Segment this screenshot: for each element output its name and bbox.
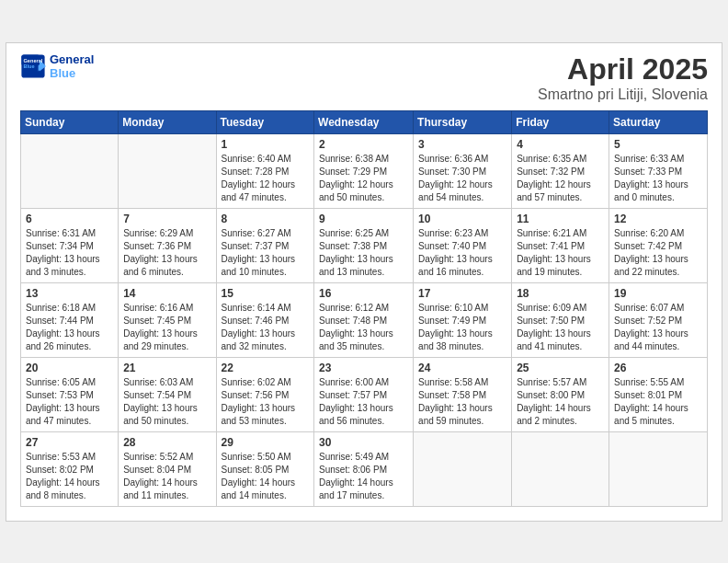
calendar-cell: 9Sunrise: 6:25 AM Sunset: 7:38 PM Daylig… — [314, 208, 414, 282]
day-number: 15 — [222, 287, 310, 300]
calendar-container: General Blue General Blue April 2025 Sma… — [6, 42, 722, 522]
weekday-header-friday: Friday — [512, 110, 609, 133]
day-info: Sunrise: 6:38 AM Sunset: 7:29 PM Dayligh… — [319, 153, 408, 204]
calendar-cell: 22Sunrise: 6:02 AM Sunset: 7:56 PM Dayli… — [216, 357, 314, 431]
day-number: 28 — [123, 436, 210, 449]
calendar-table: SundayMondayTuesdayWednesdayThursdayFrid… — [20, 110, 708, 507]
day-info: Sunrise: 6:00 AM Sunset: 7:57 PM Dayligh… — [319, 376, 408, 428]
day-number: 12 — [614, 213, 702, 225]
day-info: Sunrise: 6:31 AM Sunset: 7:34 PM Dayligh… — [26, 227, 113, 279]
week-row-4: 20Sunrise: 6:05 AM Sunset: 7:53 PM Dayli… — [21, 357, 708, 431]
calendar-cell: 10Sunrise: 6:23 AM Sunset: 7:40 PM Dayli… — [414, 208, 512, 282]
day-info: Sunrise: 6:20 AM Sunset: 7:42 PM Dayligh… — [614, 227, 702, 279]
logo-icon: General Blue — [20, 53, 46, 79]
day-number: 20 — [26, 362, 113, 374]
month-title: April 2025 — [538, 52, 708, 86]
calendar-cell: 23Sunrise: 6:00 AM Sunset: 7:57 PM Dayli… — [314, 357, 414, 431]
day-number: 11 — [517, 213, 604, 225]
weekday-header-thursday: Thursday — [414, 110, 512, 133]
day-info: Sunrise: 6:14 AM Sunset: 7:46 PM Dayligh… — [222, 302, 310, 353]
header-section: General Blue General Blue April 2025 Sma… — [20, 52, 708, 103]
day-number: 26 — [614, 362, 702, 374]
week-row-2: 6Sunrise: 6:31 AM Sunset: 7:34 PM Daylig… — [21, 208, 708, 282]
day-number: 16 — [319, 287, 408, 300]
day-info: Sunrise: 5:50 AM Sunset: 8:05 PM Dayligh… — [222, 451, 310, 502]
weekday-header-sunday: Sunday — [21, 110, 119, 133]
day-info: Sunrise: 6:07 AM Sunset: 7:52 PM Dayligh… — [614, 302, 702, 353]
day-info: Sunrise: 5:52 AM Sunset: 8:04 PM Dayligh… — [123, 451, 210, 502]
day-info: Sunrise: 6:36 AM Sunset: 7:30 PM Dayligh… — [418, 153, 506, 204]
calendar-cell: 17Sunrise: 6:10 AM Sunset: 7:49 PM Dayli… — [414, 282, 512, 357]
weekday-header-row: SundayMondayTuesdayWednesdayThursdayFrid… — [21, 110, 708, 133]
calendar-cell: 18Sunrise: 6:09 AM Sunset: 7:50 PM Dayli… — [512, 282, 609, 357]
week-row-5: 27Sunrise: 5:53 AM Sunset: 8:02 PM Dayli… — [21, 431, 708, 506]
day-number: 4 — [517, 138, 604, 151]
day-info: Sunrise: 6:10 AM Sunset: 7:49 PM Dayligh… — [418, 302, 506, 353]
day-number: 27 — [26, 436, 113, 449]
day-info: Sunrise: 6:35 AM Sunset: 7:32 PM Dayligh… — [517, 153, 604, 204]
weekday-header-tuesday: Tuesday — [216, 110, 314, 133]
logo-text: General Blue — [50, 52, 94, 80]
day-info: Sunrise: 6:27 AM Sunset: 7:37 PM Dayligh… — [222, 227, 310, 279]
calendar-cell: 5Sunrise: 6:33 AM Sunset: 7:33 PM Daylig… — [609, 133, 708, 208]
day-info: Sunrise: 6:40 AM Sunset: 7:28 PM Dayligh… — [222, 153, 310, 204]
day-info: Sunrise: 6:03 AM Sunset: 7:54 PM Dayligh… — [123, 376, 210, 428]
calendar-cell: 11Sunrise: 6:21 AM Sunset: 7:41 PM Dayli… — [512, 208, 609, 282]
calendar-cell — [609, 431, 708, 506]
day-number: 5 — [614, 138, 702, 151]
calendar-cell: 7Sunrise: 6:29 AM Sunset: 7:36 PM Daylig… — [119, 208, 216, 282]
day-number: 29 — [222, 436, 310, 449]
weekday-header-saturday: Saturday — [609, 110, 708, 133]
calendar-cell: 20Sunrise: 6:05 AM Sunset: 7:53 PM Dayli… — [21, 357, 119, 431]
calendar-cell: 14Sunrise: 6:16 AM Sunset: 7:45 PM Dayli… — [119, 282, 216, 357]
day-number: 7 — [123, 213, 210, 225]
logo: General Blue General Blue — [20, 52, 94, 80]
day-number: 21 — [123, 362, 210, 374]
calendar-cell — [21, 133, 119, 208]
calendar-cell: 21Sunrise: 6:03 AM Sunset: 7:54 PM Dayli… — [119, 357, 216, 431]
calendar-cell: 25Sunrise: 5:57 AM Sunset: 8:00 PM Dayli… — [512, 357, 609, 431]
calendar-cell: 6Sunrise: 6:31 AM Sunset: 7:34 PM Daylig… — [21, 208, 119, 282]
weekday-header-monday: Monday — [119, 110, 216, 133]
day-info: Sunrise: 6:05 AM Sunset: 7:53 PM Dayligh… — [26, 376, 113, 428]
calendar-cell: 4Sunrise: 6:35 AM Sunset: 7:32 PM Daylig… — [512, 133, 609, 208]
day-number: 1 — [222, 138, 310, 151]
location-title: Smartno pri Litiji, Slovenia — [538, 86, 708, 103]
svg-text:Blue: Blue — [24, 63, 35, 69]
week-row-1: 1Sunrise: 6:40 AM Sunset: 7:28 PM Daylig… — [21, 133, 708, 208]
calendar-cell: 27Sunrise: 5:53 AM Sunset: 8:02 PM Dayli… — [21, 431, 119, 506]
title-section: April 2025 Smartno pri Litiji, Slovenia — [538, 52, 708, 103]
calendar-cell: 13Sunrise: 6:18 AM Sunset: 7:44 PM Dayli… — [21, 282, 119, 357]
calendar-cell — [512, 431, 609, 506]
day-info: Sunrise: 6:29 AM Sunset: 7:36 PM Dayligh… — [123, 227, 210, 279]
calendar-cell: 29Sunrise: 5:50 AM Sunset: 8:05 PM Dayli… — [216, 431, 314, 506]
calendar-cell: 16Sunrise: 6:12 AM Sunset: 7:48 PM Dayli… — [314, 282, 414, 357]
calendar-cell: 15Sunrise: 6:14 AM Sunset: 7:46 PM Dayli… — [216, 282, 314, 357]
day-number: 6 — [26, 213, 113, 225]
day-info: Sunrise: 6:02 AM Sunset: 7:56 PM Dayligh… — [222, 376, 310, 428]
day-info: Sunrise: 5:53 AM Sunset: 8:02 PM Dayligh… — [26, 451, 113, 502]
day-info: Sunrise: 5:55 AM Sunset: 8:01 PM Dayligh… — [614, 376, 702, 428]
day-info: Sunrise: 6:09 AM Sunset: 7:50 PM Dayligh… — [517, 302, 604, 353]
day-number: 10 — [418, 213, 506, 225]
calendar-cell: 28Sunrise: 5:52 AM Sunset: 8:04 PM Dayli… — [119, 431, 216, 506]
calendar-cell: 26Sunrise: 5:55 AM Sunset: 8:01 PM Dayli… — [609, 357, 708, 431]
day-number: 22 — [222, 362, 310, 374]
day-info: Sunrise: 6:25 AM Sunset: 7:38 PM Dayligh… — [319, 227, 408, 279]
day-info: Sunrise: 6:12 AM Sunset: 7:48 PM Dayligh… — [319, 302, 408, 353]
day-number: 24 — [418, 362, 506, 374]
day-info: Sunrise: 6:18 AM Sunset: 7:44 PM Dayligh… — [26, 302, 113, 353]
day-number: 18 — [517, 287, 604, 300]
day-info: Sunrise: 5:57 AM Sunset: 8:00 PM Dayligh… — [517, 376, 604, 428]
day-number: 9 — [319, 213, 408, 225]
day-number: 14 — [123, 287, 210, 300]
day-number: 25 — [517, 362, 604, 374]
day-info: Sunrise: 5:49 AM Sunset: 8:06 PM Dayligh… — [319, 451, 408, 502]
calendar-cell — [414, 431, 512, 506]
calendar-cell: 8Sunrise: 6:27 AM Sunset: 7:37 PM Daylig… — [216, 208, 314, 282]
day-number: 17 — [418, 287, 506, 300]
calendar-cell: 12Sunrise: 6:20 AM Sunset: 7:42 PM Dayli… — [609, 208, 708, 282]
day-info: Sunrise: 6:23 AM Sunset: 7:40 PM Dayligh… — [418, 227, 506, 279]
day-number: 13 — [26, 287, 113, 300]
day-number: 23 — [319, 362, 408, 374]
